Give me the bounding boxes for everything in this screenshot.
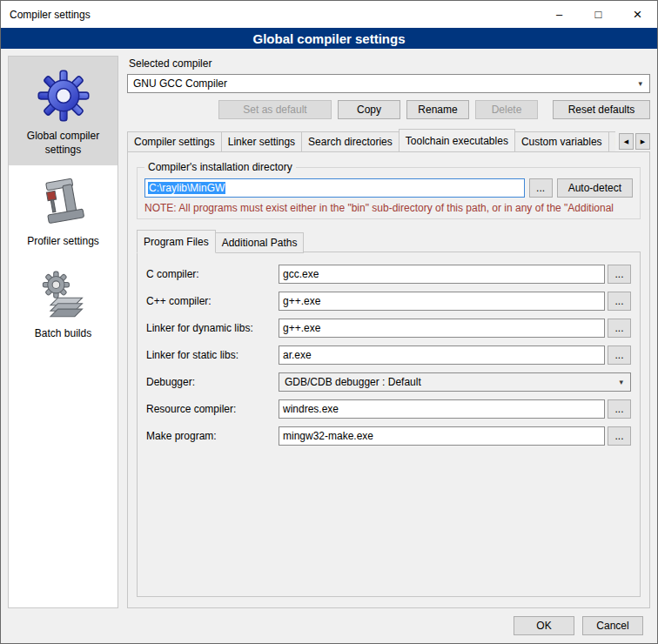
close-button[interactable]: × xyxy=(618,1,657,28)
dialog-body: Global compiler settings xyxy=(1,49,657,643)
tab-scroll-right-button[interactable]: ▶ xyxy=(635,133,650,150)
cpp-compiler-label: C++ compiler: xyxy=(146,295,279,307)
static-linker-browse-button[interactable]: ... xyxy=(608,345,631,365)
minimize-icon: – xyxy=(556,8,562,21)
tab-toolchain-executables[interactable]: Toolchain executables xyxy=(399,129,515,151)
debugger-select-value: GDB/CDB debugger : Default xyxy=(285,376,421,388)
dynamic-linker-input[interactable] xyxy=(279,319,605,338)
dialog-header: Global compiler settings xyxy=(1,28,657,49)
installation-directory-input[interactable]: C:\raylib\MinGW xyxy=(144,178,525,198)
dynamic-linker-row: Linker for dynamic libs: ... xyxy=(146,319,631,338)
debugger-row: Debugger: GDB/CDB debugger : Default ▾ xyxy=(146,372,631,392)
compiler-settings-window: Compiler settings – □ × Global compiler … xyxy=(0,0,658,644)
resource-compiler-row: Resource compiler: ... xyxy=(146,399,631,419)
reset-defaults-button[interactable]: Reset defaults xyxy=(553,100,650,119)
sidebar-item-global-compiler-settings[interactable]: Global compiler settings xyxy=(9,57,118,165)
settings-tab-strip: Compiler settings Linker settings Search… xyxy=(127,131,650,151)
tab-build[interactable]: Build xyxy=(608,131,615,151)
resource-compiler-label: Resource compiler: xyxy=(146,403,279,415)
installation-directory-group-label: Compiler's installation directory xyxy=(144,161,296,173)
dialog-footer: OK Cancel xyxy=(8,608,650,643)
make-program-label: Make program: xyxy=(146,430,279,442)
left-arrow-icon: ◀ xyxy=(624,138,628,145)
static-linker-label: Linker for static libs: xyxy=(146,349,279,361)
sidebar-item-label: Global compiler settings xyxy=(12,130,114,157)
tab-compiler-settings[interactable]: Compiler settings xyxy=(127,131,222,151)
right-arrow-icon: ▶ xyxy=(641,138,645,145)
static-linker-row: Linker for static libs: ... xyxy=(146,345,631,365)
window-title: Compiler settings xyxy=(1,9,91,21)
sidebar-item-label: Profiler settings xyxy=(27,235,99,249)
gray-gears-icon xyxy=(39,270,88,320)
subtab-program-files[interactable]: Program Files xyxy=(137,230,216,253)
set-as-default-button[interactable]: Set as default xyxy=(218,100,332,119)
c-compiler-browse-button[interactable]: ... xyxy=(608,265,631,284)
caption-buttons: – □ × xyxy=(540,1,657,28)
chevron-down-icon: ▾ xyxy=(638,79,642,88)
debugger-select[interactable]: GDB/CDB debugger : Default ▾ xyxy=(279,372,631,392)
installation-note: NOTE: All programs must exist either in … xyxy=(144,202,633,214)
debugger-label: Debugger: xyxy=(146,376,279,388)
dynamic-linker-browse-button[interactable]: ... xyxy=(608,319,631,338)
executables-subtab-strip: Program Files Additional Paths xyxy=(137,231,641,252)
installation-directory-group: Compiler's installation directory C:\ray… xyxy=(137,161,641,219)
copy-button[interactable]: Copy xyxy=(338,100,400,119)
maximize-button[interactable]: □ xyxy=(579,1,618,28)
c-compiler-input[interactable] xyxy=(279,265,605,284)
minimize-button[interactable]: – xyxy=(540,1,579,28)
make-program-row: Make program: ... xyxy=(146,426,631,446)
c-compiler-row: C compiler: ... xyxy=(146,265,631,284)
ok-button[interactable]: OK xyxy=(514,616,574,635)
cpp-compiler-input[interactable] xyxy=(279,292,605,311)
tab-linker-settings[interactable]: Linker settings xyxy=(221,131,302,151)
tab-search-directories[interactable]: Search directories xyxy=(301,131,400,151)
compiler-select[interactable]: GNU GCC Compiler ▾ xyxy=(127,74,650,93)
sidebar-item-batch-builds[interactable]: Batch builds xyxy=(9,258,118,350)
c-compiler-label: C compiler: xyxy=(146,268,279,280)
rename-button[interactable]: Rename xyxy=(406,100,469,119)
subtab-additional-paths[interactable]: Additional Paths xyxy=(215,232,305,253)
tab-custom-variables[interactable]: Custom variables xyxy=(514,131,609,151)
program-files-panel: C compiler: ... C++ compiler: ... Linker… xyxy=(137,252,641,597)
resource-compiler-browse-button[interactable]: ... xyxy=(608,399,631,419)
tabs-viewport: Compiler settings Linker settings Search… xyxy=(127,129,615,151)
dynamic-linker-label: Linker for dynamic libs: xyxy=(146,322,279,334)
profiler-tool-icon xyxy=(40,178,87,228)
toolchain-executables-panel: Compiler's installation directory C:\ray… xyxy=(127,151,650,608)
sidebar-item-label: Batch builds xyxy=(35,327,91,341)
titlebar: Compiler settings – □ × xyxy=(1,1,657,28)
tab-scroll-arrows: ◀ ▶ xyxy=(619,133,650,150)
make-program-input[interactable] xyxy=(279,426,605,446)
dialog-header-title: Global compiler settings xyxy=(252,31,405,46)
settings-category-sidebar: Global compiler settings xyxy=(8,56,118,608)
tab-scroll-left-button[interactable]: ◀ xyxy=(619,133,634,150)
cpp-compiler-row: C++ compiler: ... xyxy=(146,292,631,311)
compiler-select-value: GNU GCC Compiler xyxy=(133,77,227,90)
compiler-buttons-row: Set as default Copy Rename Delete Reset … xyxy=(127,100,650,119)
cpp-compiler-browse-button[interactable]: ... xyxy=(608,292,631,311)
sidebar-item-profiler-settings[interactable]: Profiler settings xyxy=(9,165,118,258)
resource-compiler-input[interactable] xyxy=(279,399,605,419)
installation-directory-selected-text: C:\raylib\MinGW xyxy=(148,182,225,194)
make-program-browse-button[interactable]: ... xyxy=(608,426,631,446)
browse-installation-directory-button[interactable]: ... xyxy=(529,178,553,198)
chevron-down-icon: ▾ xyxy=(619,378,623,386)
selected-compiler-label: Selected compiler xyxy=(129,57,650,70)
delete-button[interactable]: Delete xyxy=(475,100,538,119)
static-linker-input[interactable] xyxy=(279,345,605,365)
auto-detect-button[interactable]: Auto-detect xyxy=(557,178,633,198)
close-icon: × xyxy=(634,6,642,23)
maximize-icon: □ xyxy=(595,8,602,21)
blue-gear-icon xyxy=(37,69,91,123)
settings-content: Selected compiler GNU GCC Compiler ▾ Set… xyxy=(127,56,650,608)
cancel-button[interactable]: Cancel xyxy=(582,616,643,635)
